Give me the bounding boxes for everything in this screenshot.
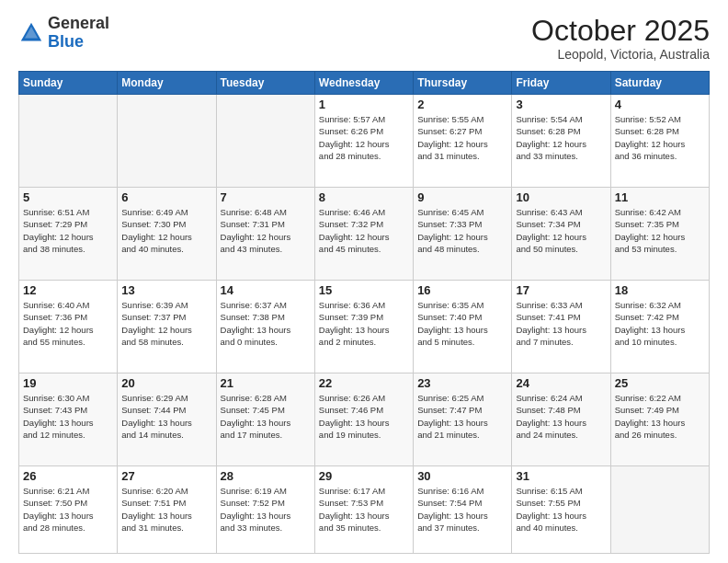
calendar-cell: 3Sunrise: 5:54 AMSunset: 6:28 PMDaylight… bbox=[512, 95, 610, 188]
day-info: Sunrise: 6:39 AMSunset: 7:37 PMDaylight:… bbox=[121, 299, 211, 348]
calendar-cell: 5Sunrise: 6:51 AMSunset: 7:29 PMDaylight… bbox=[19, 188, 118, 281]
calendar-cell: 10Sunrise: 6:43 AMSunset: 7:34 PMDayligh… bbox=[512, 188, 610, 281]
day-header: Tuesday bbox=[216, 72, 314, 95]
calendar-cell: 18Sunrise: 6:32 AMSunset: 7:42 PMDayligh… bbox=[610, 281, 709, 373]
day-number: 17 bbox=[516, 283, 606, 297]
logo-blue: Blue bbox=[48, 33, 109, 52]
day-info: Sunrise: 6:37 AMSunset: 7:38 PMDaylight:… bbox=[221, 299, 311, 348]
day-number: 29 bbox=[319, 469, 409, 483]
day-info: Sunrise: 6:28 AMSunset: 7:45 PMDaylight:… bbox=[221, 392, 311, 441]
calendar-cell: 19Sunrise: 6:30 AMSunset: 7:43 PMDayligh… bbox=[19, 373, 118, 466]
title-block: October 2025 Leopold, Victoria, Australi… bbox=[531, 15, 710, 62]
calendar-cell: 14Sunrise: 6:37 AMSunset: 7:38 PMDayligh… bbox=[216, 281, 314, 373]
day-info: Sunrise: 6:49 AMSunset: 7:30 PMDaylight:… bbox=[121, 206, 211, 255]
month-title: October 2025 bbox=[531, 15, 710, 47]
calendar-cell: 22Sunrise: 6:26 AMSunset: 7:46 PMDayligh… bbox=[314, 373, 413, 466]
day-info: Sunrise: 6:30 AMSunset: 7:43 PMDaylight:… bbox=[23, 392, 113, 441]
logo-general: General bbox=[48, 15, 109, 33]
calendar-cell bbox=[610, 465, 709, 553]
day-number: 13 bbox=[121, 283, 211, 297]
day-header: Monday bbox=[118, 72, 216, 95]
day-info: Sunrise: 6:19 AMSunset: 7:52 PMDaylight:… bbox=[221, 485, 311, 534]
day-info: Sunrise: 6:51 AMSunset: 7:29 PMDaylight:… bbox=[23, 206, 113, 255]
day-info: Sunrise: 6:42 AMSunset: 7:35 PMDaylight:… bbox=[615, 206, 705, 255]
day-header: Friday bbox=[512, 72, 610, 95]
day-info: Sunrise: 6:21 AMSunset: 7:50 PMDaylight:… bbox=[23, 485, 113, 534]
calendar-cell: 29Sunrise: 6:17 AMSunset: 7:53 PMDayligh… bbox=[314, 465, 413, 553]
logo: General Blue bbox=[18, 15, 109, 52]
day-info: Sunrise: 6:48 AMSunset: 7:31 PMDaylight:… bbox=[221, 206, 311, 255]
calendar-cell bbox=[19, 95, 118, 188]
calendar-cell: 17Sunrise: 6:33 AMSunset: 7:41 PMDayligh… bbox=[512, 281, 610, 373]
day-number: 30 bbox=[417, 469, 507, 483]
calendar-cell: 8Sunrise: 6:46 AMSunset: 7:32 PMDaylight… bbox=[314, 188, 413, 281]
day-number: 6 bbox=[121, 190, 211, 204]
day-header: Thursday bbox=[414, 72, 512, 95]
day-number: 9 bbox=[417, 190, 507, 204]
day-number: 11 bbox=[615, 190, 705, 204]
calendar-cell: 12Sunrise: 6:40 AMSunset: 7:36 PMDayligh… bbox=[19, 281, 118, 373]
day-number: 1 bbox=[319, 98, 409, 111]
day-number: 23 bbox=[417, 376, 507, 390]
header: General Blue October 2025 Leopold, Victo… bbox=[18, 15, 710, 62]
day-info: Sunrise: 6:32 AMSunset: 7:42 PMDaylight:… bbox=[615, 299, 705, 348]
day-number: 10 bbox=[516, 190, 606, 204]
calendar-cell: 7Sunrise: 6:48 AMSunset: 7:31 PMDaylight… bbox=[216, 188, 314, 281]
calendar-table: SundayMondayTuesdayWednesdayThursdayFrid… bbox=[18, 71, 710, 554]
day-number: 16 bbox=[417, 283, 507, 297]
day-header: Sunday bbox=[19, 72, 118, 95]
calendar-cell: 9Sunrise: 6:45 AMSunset: 7:33 PMDaylight… bbox=[414, 188, 512, 281]
day-info: Sunrise: 6:26 AMSunset: 7:46 PMDaylight:… bbox=[319, 392, 409, 441]
calendar-cell: 11Sunrise: 6:42 AMSunset: 7:35 PMDayligh… bbox=[610, 188, 709, 281]
calendar-cell: 2Sunrise: 5:55 AMSunset: 6:27 PMDaylight… bbox=[414, 95, 512, 188]
day-header: Wednesday bbox=[314, 72, 413, 95]
day-info: Sunrise: 6:46 AMSunset: 7:32 PMDaylight:… bbox=[319, 206, 409, 255]
calendar-cell: 24Sunrise: 6:24 AMSunset: 7:48 PMDayligh… bbox=[512, 373, 610, 466]
calendar-cell: 23Sunrise: 6:25 AMSunset: 7:47 PMDayligh… bbox=[414, 373, 512, 466]
day-number: 14 bbox=[221, 283, 311, 297]
calendar-cell bbox=[118, 95, 216, 188]
calendar-cell: 31Sunrise: 6:15 AMSunset: 7:55 PMDayligh… bbox=[512, 465, 610, 553]
day-info: Sunrise: 6:20 AMSunset: 7:51 PMDaylight:… bbox=[121, 485, 211, 534]
day-number: 28 bbox=[221, 469, 311, 483]
day-number: 12 bbox=[23, 283, 113, 297]
logo-text: General Blue bbox=[48, 15, 109, 52]
calendar-cell: 15Sunrise: 6:36 AMSunset: 7:39 PMDayligh… bbox=[314, 281, 413, 373]
day-number: 26 bbox=[23, 469, 113, 483]
day-number: 2 bbox=[417, 98, 507, 111]
location: Leopold, Victoria, Australia bbox=[531, 47, 710, 62]
day-number: 7 bbox=[221, 190, 311, 204]
day-number: 15 bbox=[319, 283, 409, 297]
day-info: Sunrise: 6:16 AMSunset: 7:54 PMDaylight:… bbox=[417, 485, 507, 534]
page: General Blue October 2025 Leopold, Victo… bbox=[0, 0, 728, 563]
day-info: Sunrise: 5:52 AMSunset: 6:28 PMDaylight:… bbox=[615, 113, 705, 162]
calendar-cell: 28Sunrise: 6:19 AMSunset: 7:52 PMDayligh… bbox=[216, 465, 314, 553]
calendar-cell: 1Sunrise: 5:57 AMSunset: 6:26 PMDaylight… bbox=[314, 95, 413, 188]
day-info: Sunrise: 6:36 AMSunset: 7:39 PMDaylight:… bbox=[319, 299, 409, 348]
day-info: Sunrise: 6:43 AMSunset: 7:34 PMDaylight:… bbox=[516, 206, 606, 255]
header-row: SundayMondayTuesdayWednesdayThursdayFrid… bbox=[19, 72, 710, 95]
day-info: Sunrise: 5:55 AMSunset: 6:27 PMDaylight:… bbox=[417, 113, 507, 162]
day-header: Saturday bbox=[610, 72, 709, 95]
calendar-cell: 27Sunrise: 6:20 AMSunset: 7:51 PMDayligh… bbox=[118, 465, 216, 553]
calendar-cell: 25Sunrise: 6:22 AMSunset: 7:49 PMDayligh… bbox=[610, 373, 709, 466]
day-number: 25 bbox=[615, 376, 705, 390]
day-number: 24 bbox=[516, 376, 606, 390]
day-number: 3 bbox=[516, 98, 606, 111]
calendar-cell: 13Sunrise: 6:39 AMSunset: 7:37 PMDayligh… bbox=[118, 281, 216, 373]
day-info: Sunrise: 6:45 AMSunset: 7:33 PMDaylight:… bbox=[417, 206, 507, 255]
day-number: 19 bbox=[23, 376, 113, 390]
calendar-cell: 20Sunrise: 6:29 AMSunset: 7:44 PMDayligh… bbox=[118, 373, 216, 466]
calendar-cell: 4Sunrise: 5:52 AMSunset: 6:28 PMDaylight… bbox=[610, 95, 709, 188]
day-number: 4 bbox=[615, 98, 705, 111]
day-info: Sunrise: 6:22 AMSunset: 7:49 PMDaylight:… bbox=[615, 392, 705, 441]
day-number: 8 bbox=[319, 190, 409, 204]
day-number: 31 bbox=[516, 469, 606, 483]
logo-icon bbox=[18, 20, 44, 46]
day-number: 27 bbox=[121, 469, 211, 483]
day-info: Sunrise: 6:24 AMSunset: 7:48 PMDaylight:… bbox=[516, 392, 606, 441]
day-number: 22 bbox=[319, 376, 409, 390]
calendar-cell bbox=[216, 95, 314, 188]
day-info: Sunrise: 5:54 AMSunset: 6:28 PMDaylight:… bbox=[516, 113, 606, 162]
day-info: Sunrise: 6:15 AMSunset: 7:55 PMDaylight:… bbox=[516, 485, 606, 534]
